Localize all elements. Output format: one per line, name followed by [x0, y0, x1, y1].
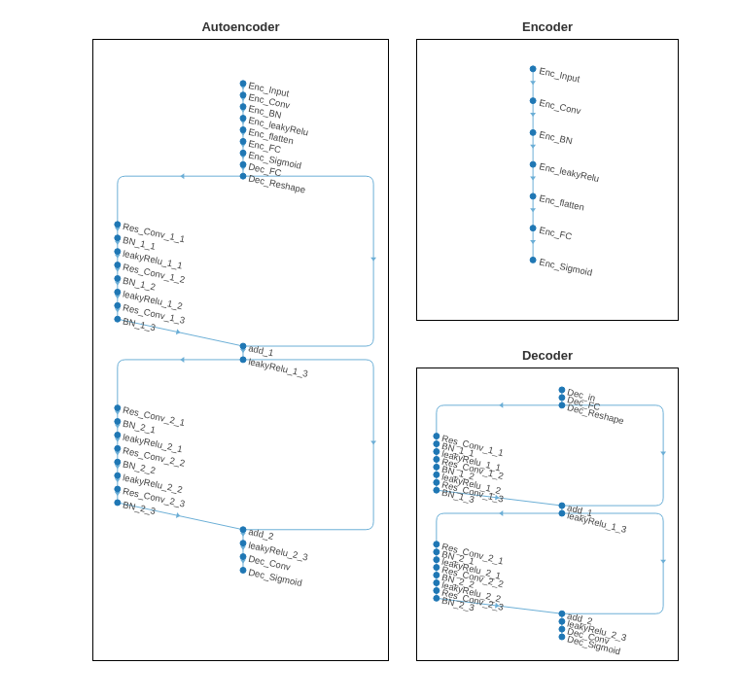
svg-marker-63 [530, 145, 536, 149]
node-dot[interactable] [559, 402, 565, 408]
node-dot[interactable] [559, 395, 565, 401]
node-dot[interactable] [434, 441, 440, 447]
panel-title-encoder: Encoder [416, 19, 679, 34]
node-dot[interactable] [434, 472, 440, 477]
node-dot[interactable] [434, 557, 440, 563]
panel-title-autoencoder: Autoencoder [92, 19, 389, 34]
svg-marker-29 [115, 308, 121, 312]
node-dot[interactable] [434, 573, 440, 578]
node-dot[interactable] [240, 527, 246, 533]
svg-marker-65 [530, 177, 536, 181]
node-dot[interactable] [240, 357, 246, 363]
node-dot[interactable] [559, 510, 565, 516]
svg-marker-19 [115, 241, 121, 245]
node-dot[interactable] [115, 500, 121, 506]
node-dot[interactable] [240, 554, 246, 560]
node-dot[interactable] [115, 222, 121, 228]
svg-marker-114 [660, 560, 666, 564]
svg-marker-39 [115, 451, 121, 455]
node-dot[interactable] [115, 289, 121, 295]
svg-marker-111 [660, 451, 666, 455]
node-label: Enc_Input [539, 65, 581, 85]
node-dot[interactable] [434, 479, 440, 485]
node-dot[interactable] [115, 445, 121, 451]
node-dot[interactable] [530, 257, 536, 262]
node-dot[interactable] [559, 503, 565, 508]
node-dot[interactable] [434, 487, 440, 493]
node-dot[interactable] [240, 92, 246, 98]
graph-autoencoder: Enc_InputEnc_ConvEnc_BNEnc_leakyReluEnc_… [93, 40, 388, 660]
node-dot[interactable] [434, 434, 440, 439]
node-dot[interactable] [530, 161, 536, 167]
node-dot[interactable] [240, 104, 246, 110]
panel-frame-autoencoder: Enc_InputEnc_ConvEnc_BNEnc_leakyReluEnc_… [92, 39, 389, 661]
node-dot[interactable] [530, 66, 536, 72]
node-dot[interactable] [240, 173, 246, 179]
node-dot[interactable] [434, 464, 440, 470]
svg-marker-43 [115, 478, 121, 482]
node-dot[interactable] [240, 541, 246, 546]
svg-marker-45 [115, 492, 121, 496]
node-dot[interactable] [115, 235, 121, 241]
svg-marker-59 [530, 81, 536, 85]
node-dot[interactable] [115, 249, 121, 255]
node-dot[interactable] [115, 262, 121, 268]
svg-marker-37 [115, 438, 121, 441]
panel-title-decoder: Decoder [416, 348, 679, 363]
node-dot[interactable] [115, 486, 121, 492]
node-dot[interactable] [115, 302, 121, 308]
node-dot[interactable] [115, 405, 121, 411]
svg-marker-35 [115, 424, 121, 428]
node-dot[interactable] [240, 116, 246, 122]
node-dot[interactable] [434, 456, 440, 462]
node-label: Enc_Conv [539, 97, 582, 117]
svg-marker-67 [530, 208, 536, 212]
node-dot[interactable] [240, 81, 246, 87]
node-dot[interactable] [434, 542, 440, 547]
node-dot[interactable] [240, 138, 246, 144]
svg-marker-47 [240, 533, 246, 537]
node-dot[interactable] [434, 579, 440, 585]
svg-marker-61 [530, 113, 536, 117]
svg-marker-17 [115, 228, 121, 231]
node-dot[interactable] [559, 618, 565, 624]
panel-frame-decoder: Dec_inDec_FCDec_ReshapeRes_Conv_1_1BN_1_… [416, 368, 679, 661]
node-dot[interactable] [240, 150, 246, 156]
panel-autoencoder: AutoencoderEnc_InputEnc_ConvEnc_BNEnc_le… [92, 39, 389, 661]
panel-decoder: DecoderDec_inDec_FCDec_ReshapeRes_Conv_1… [416, 368, 679, 661]
node-dot[interactable] [240, 127, 246, 133]
node-dot[interactable] [434, 549, 440, 555]
node-dot[interactable] [240, 568, 246, 574]
panel-encoder: EncoderEnc_InputEnc_ConvEnc_BNEnc_leakyR… [416, 39, 679, 321]
node-dot[interactable] [530, 193, 536, 199]
node-dot[interactable] [559, 634, 565, 640]
panel-frame-encoder: Enc_InputEnc_ConvEnc_BNEnc_leakyReluEnc_… [416, 39, 679, 321]
node-dot[interactable] [115, 459, 121, 465]
node-dot[interactable] [434, 587, 440, 593]
node-dot[interactable] [115, 276, 121, 282]
node-dot[interactable] [559, 387, 565, 393]
svg-marker-69 [530, 240, 536, 244]
node-dot[interactable] [115, 419, 121, 425]
svg-marker-23 [115, 268, 121, 272]
node-label: Enc_FC [539, 225, 574, 242]
node-dot[interactable] [530, 129, 536, 135]
node-label: Enc_BN [539, 129, 574, 147]
node-dot[interactable] [115, 432, 121, 438]
node-label: Enc_leakyRelu [539, 160, 601, 184]
node-label: Enc_flatten [539, 192, 585, 213]
node-dot[interactable] [240, 343, 246, 349]
node-dot[interactable] [434, 565, 440, 571]
svg-marker-52 [180, 173, 184, 179]
node-dot[interactable] [115, 472, 121, 478]
node-dot[interactable] [434, 449, 440, 455]
svg-marker-25 [115, 281, 121, 285]
node-dot[interactable] [240, 161, 246, 167]
svg-marker-49 [240, 546, 246, 550]
node-dot[interactable] [559, 626, 565, 632]
node-dot[interactable] [530, 226, 536, 231]
node-dot[interactable] [559, 611, 565, 616]
node-dot[interactable] [434, 595, 440, 601]
node-dot[interactable] [115, 316, 121, 322]
node-dot[interactable] [530, 98, 536, 104]
